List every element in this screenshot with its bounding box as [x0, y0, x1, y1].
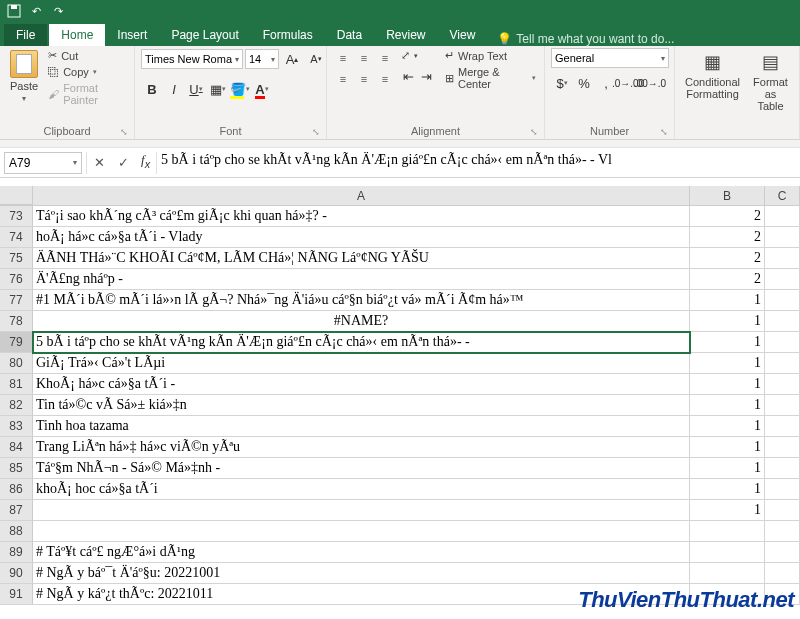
row-header[interactable]: 74 [0, 227, 33, 248]
tab-insert[interactable]: Insert [105, 24, 159, 46]
copy-button[interactable]: ⿻Copy▾ [46, 65, 128, 79]
cell[interactable] [765, 416, 800, 437]
cell[interactable] [765, 248, 800, 269]
font-color-button[interactable]: A▾ [251, 78, 273, 100]
cell[interactable] [765, 374, 800, 395]
align-top-icon[interactable]: ≡ [333, 48, 353, 68]
cell[interactable]: Tin tá»©c vÃ Sá»± kiá»‡n [33, 395, 690, 416]
cell[interactable]: hoÃ¡ há»c cá»§a tÃ´i - Vlady [33, 227, 690, 248]
increase-indent-icon[interactable]: ⇥ [417, 65, 435, 87]
cell[interactable]: Ä'Ã£ng nháº­p - [33, 269, 690, 290]
cell[interactable]: GiÃ¡ Trá»‹ Cá»'t LÃµi [33, 353, 690, 374]
cut-button[interactable]: ✂Cut [46, 48, 128, 63]
cell[interactable] [690, 563, 765, 584]
cell[interactable]: ÄÃNH THá»¨C KHOÃI Cáº¢M, LÃM CHá»¦ NÃNG … [33, 248, 690, 269]
cell[interactable]: 1 [690, 500, 765, 521]
tab-review[interactable]: Review [374, 24, 437, 46]
tab-file[interactable]: File [4, 24, 47, 46]
fill-color-button[interactable]: 🪣▾ [229, 78, 251, 100]
align-left-icon[interactable]: ≡ [333, 69, 353, 89]
align-bottom-icon[interactable]: ≡ [375, 48, 395, 68]
dialog-launcher-icon[interactable]: ⤡ [120, 127, 128, 137]
grow-font-icon[interactable]: A▴ [281, 48, 303, 70]
cell[interactable]: 1 [690, 311, 765, 332]
tell-me-search[interactable]: 💡 Tell me what you want to do... [497, 32, 674, 46]
row-header[interactable]: 79 [0, 332, 33, 353]
format-as-table-button[interactable]: ▤ Format as Table [748, 48, 793, 114]
tab-view[interactable]: View [438, 24, 488, 46]
cell[interactable]: 1 [690, 416, 765, 437]
conditional-formatting-button[interactable]: ▦ Conditional Formatting [681, 48, 744, 102]
save-icon[interactable] [4, 2, 24, 20]
row-header[interactable]: 88 [0, 521, 33, 542]
cell[interactable]: 1 [690, 374, 765, 395]
row-header[interactable]: 77 [0, 290, 33, 311]
dialog-launcher-icon[interactable]: ⤡ [660, 127, 668, 137]
row-header[interactable]: 81 [0, 374, 33, 395]
underline-button[interactable]: U▾ [185, 78, 207, 100]
col-header-B[interactable]: B [690, 186, 765, 205]
tab-page-layout[interactable]: Page Layout [159, 24, 250, 46]
row-header[interactable]: 91 [0, 584, 33, 605]
select-all-corner[interactable] [0, 186, 33, 205]
cell[interactable] [765, 395, 800, 416]
row-header[interactable]: 89 [0, 542, 33, 563]
cell[interactable] [765, 500, 800, 521]
fx-icon[interactable]: fx [135, 152, 156, 174]
undo-icon[interactable]: ↶ [26, 2, 46, 20]
font-size-select[interactable]: 14▾ [245, 49, 279, 69]
format-painter-button[interactable]: 🖌Format Painter [46, 81, 128, 107]
align-center-icon[interactable]: ≡ [354, 69, 374, 89]
cell[interactable] [765, 311, 800, 332]
font-name-select[interactable]: Times New Roma▾ [141, 49, 243, 69]
cell[interactable]: # NgÃ y báº¯t Ä'áº§u: 20221001 [33, 563, 690, 584]
shrink-font-icon[interactable]: A▾ [305, 48, 327, 70]
row-header[interactable]: 82 [0, 395, 33, 416]
cell[interactable] [765, 290, 800, 311]
cell[interactable]: Tinh hoa tazama [33, 416, 690, 437]
cell[interactable]: #NAME? [33, 311, 690, 332]
cell[interactable] [765, 227, 800, 248]
cell[interactable]: Táº¡i sao khÃ´ng cÃ³ cáº£m giÃ¡c khi qua… [33, 206, 690, 227]
row-header[interactable]: 90 [0, 563, 33, 584]
percent-format-icon[interactable]: % [573, 72, 595, 94]
cell[interactable] [765, 353, 800, 374]
row-header[interactable]: 78 [0, 311, 33, 332]
row-header[interactable]: 75 [0, 248, 33, 269]
paste-button[interactable]: Paste ▾ [6, 48, 42, 105]
cell[interactable] [765, 479, 800, 500]
cell[interactable] [765, 521, 800, 542]
cell[interactable]: 2 [690, 269, 765, 290]
align-right-icon[interactable]: ≡ [375, 69, 395, 89]
cell[interactable]: 1 [690, 437, 765, 458]
row-header[interactable]: 76 [0, 269, 33, 290]
cell[interactable]: Trang LiÃªn há»‡ há»c viÃ©n yÃªu [33, 437, 690, 458]
cell[interactable] [765, 332, 800, 353]
cell[interactable]: 5 bÃ i táº­p cho se khÃ­t vÃ¹ng kÃ­n Ä'Æ… [33, 332, 690, 353]
cell[interactable]: 1 [690, 395, 765, 416]
cell[interactable]: #1 MÃ´i bÃ© mÃ´i lá»›n lÃ gÃ¬? Nhá»¯ng Ä… [33, 290, 690, 311]
accounting-format-icon[interactable]: $▾ [551, 72, 573, 94]
enter-formula-icon[interactable]: ✓ [111, 152, 135, 174]
decrease-indent-icon[interactable]: ⇤ [399, 65, 417, 87]
cell[interactable]: 1 [690, 458, 765, 479]
border-button[interactable]: ▦▾ [207, 78, 229, 100]
cancel-formula-icon[interactable]: ✕ [87, 152, 111, 174]
orientation-button[interactable]: ⤢▾ [399, 48, 435, 63]
row-header[interactable]: 85 [0, 458, 33, 479]
cell[interactable]: 2 [690, 227, 765, 248]
decrease-decimal-icon[interactable]: .00→.0 [639, 72, 661, 94]
cell[interactable] [765, 206, 800, 227]
cell[interactable]: KhoÃ¡ há»c cá»§a tÃ´i - [33, 374, 690, 395]
dialog-launcher-icon[interactable]: ⤡ [530, 127, 538, 137]
cell[interactable]: 1 [690, 479, 765, 500]
cell[interactable]: 2 [690, 248, 765, 269]
cell[interactable] [765, 563, 800, 584]
align-middle-icon[interactable]: ≡ [354, 48, 374, 68]
row-header[interactable]: 86 [0, 479, 33, 500]
cell[interactable]: 2 [690, 206, 765, 227]
cell[interactable]: 1 [690, 353, 765, 374]
row-header[interactable]: 87 [0, 500, 33, 521]
cell[interactable]: 1 [690, 332, 765, 353]
cell[interactable]: 1 [690, 290, 765, 311]
